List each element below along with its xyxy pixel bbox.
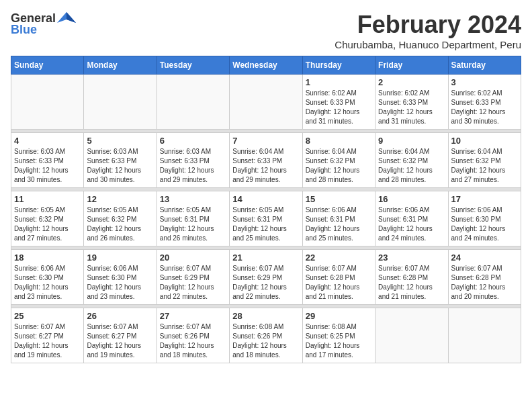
table-row: 2Sunrise: 6:02 AM Sunset: 6:33 PM Daylig… — [375, 75, 448, 130]
day-number: 1 — [306, 77, 372, 87]
svg-marker-1 — [66, 12, 76, 23]
day-info: Sunrise: 6:04 AM Sunset: 6:33 PM Dayligh… — [232, 147, 299, 185]
calendar-week-row: 4Sunrise: 6:03 AM Sunset: 6:33 PM Daylig… — [11, 133, 521, 188]
day-info: Sunrise: 6:02 AM Sunset: 6:33 PM Dayligh… — [378, 89, 445, 126]
table-row: 29Sunrise: 6:08 AM Sunset: 6:25 PM Dayli… — [302, 308, 375, 363]
table-row — [230, 75, 302, 130]
table-row: 8Sunrise: 6:04 AM Sunset: 6:32 PM Daylig… — [302, 133, 375, 188]
header-saturday: Saturday — [448, 56, 521, 75]
table-row: 19Sunrise: 6:06 AM Sunset: 6:30 PM Dayli… — [84, 250, 157, 305]
day-info: Sunrise: 6:05 AM Sunset: 6:31 PM Dayligh… — [232, 205, 299, 243]
day-info: Sunrise: 6:07 AM Sunset: 6:26 PM Dayligh… — [160, 322, 226, 360]
table-row: 3Sunrise: 6:02 AM Sunset: 6:33 PM Daylig… — [448, 75, 521, 130]
table-row: 23Sunrise: 6:07 AM Sunset: 6:28 PM Dayli… — [375, 250, 448, 305]
calendar-week-row: 11Sunrise: 6:05 AM Sunset: 6:32 PM Dayli… — [11, 191, 521, 246]
day-info: Sunrise: 6:07 AM Sunset: 6:28 PM Dayligh… — [306, 264, 372, 302]
day-number: 12 — [87, 194, 153, 204]
calendar-table: Sunday Monday Tuesday Wednesday Thursday… — [11, 56, 521, 363]
day-number: 15 — [306, 194, 372, 204]
table-row: 14Sunrise: 6:05 AM Sunset: 6:31 PM Dayli… — [230, 191, 302, 246]
table-row: 15Sunrise: 6:06 AM Sunset: 6:31 PM Dayli… — [302, 191, 375, 246]
table-row: 16Sunrise: 6:06 AM Sunset: 6:31 PM Dayli… — [375, 191, 448, 246]
table-row: 10Sunrise: 6:04 AM Sunset: 6:32 PM Dayli… — [448, 133, 521, 188]
day-number: 11 — [14, 194, 81, 204]
day-number: 21 — [232, 253, 299, 263]
day-number: 25 — [14, 311, 81, 321]
table-row — [84, 75, 157, 130]
day-number: 20 — [160, 253, 226, 263]
day-info: Sunrise: 6:02 AM Sunset: 6:33 PM Dayligh… — [451, 89, 518, 126]
day-number: 23 — [378, 253, 445, 263]
calendar-week-row: 18Sunrise: 6:06 AM Sunset: 6:30 PM Dayli… — [11, 250, 521, 305]
calendar-title: February 2024 — [335, 11, 521, 39]
day-info: Sunrise: 6:07 AM Sunset: 6:28 PM Dayligh… — [451, 264, 518, 302]
day-info: Sunrise: 6:05 AM Sunset: 6:32 PM Dayligh… — [14, 205, 81, 243]
day-info: Sunrise: 6:08 AM Sunset: 6:26 PM Dayligh… — [232, 322, 299, 360]
table-row — [11, 75, 84, 130]
day-number: 6 — [160, 136, 226, 146]
day-info: Sunrise: 6:04 AM Sunset: 6:32 PM Dayligh… — [306, 147, 372, 185]
day-number: 16 — [378, 194, 445, 204]
table-row: 20Sunrise: 6:07 AM Sunset: 6:29 PM Dayli… — [157, 250, 229, 305]
day-number: 10 — [451, 136, 518, 146]
day-info: Sunrise: 6:03 AM Sunset: 6:33 PM Dayligh… — [160, 147, 226, 185]
table-row: 22Sunrise: 6:07 AM Sunset: 6:28 PM Dayli… — [302, 250, 375, 305]
table-row — [375, 308, 448, 363]
day-number: 8 — [306, 136, 372, 146]
table-row: 7Sunrise: 6:04 AM Sunset: 6:33 PM Daylig… — [230, 133, 302, 188]
calendar-subtitle: Churubamba, Huanuco Department, Peru — [335, 39, 521, 50]
table-row: 1Sunrise: 6:02 AM Sunset: 6:33 PM Daylig… — [302, 75, 375, 130]
header: General Blue February 2024 Churubamba, H… — [11, 11, 521, 50]
header-monday: Monday — [84, 56, 157, 75]
table-row: 11Sunrise: 6:05 AM Sunset: 6:32 PM Dayli… — [11, 191, 84, 246]
calendar-week-row: 25Sunrise: 6:07 AM Sunset: 6:27 PM Dayli… — [11, 308, 521, 363]
calendar-header-row: Sunday Monday Tuesday Wednesday Thursday… — [11, 56, 521, 75]
day-number: 26 — [87, 311, 153, 321]
title-area: February 2024 Churubamba, Huanuco Depart… — [335, 11, 521, 50]
logo: General Blue — [11, 11, 76, 37]
table-row: 21Sunrise: 6:07 AM Sunset: 6:29 PM Dayli… — [230, 250, 302, 305]
table-row: 6Sunrise: 6:03 AM Sunset: 6:33 PM Daylig… — [157, 133, 229, 188]
table-row: 26Sunrise: 6:07 AM Sunset: 6:27 PM Dayli… — [84, 308, 157, 363]
day-info: Sunrise: 6:07 AM Sunset: 6:27 PM Dayligh… — [87, 322, 153, 360]
day-number: 14 — [232, 194, 299, 204]
day-info: Sunrise: 6:02 AM Sunset: 6:33 PM Dayligh… — [306, 89, 372, 126]
day-number: 4 — [14, 136, 81, 146]
day-number: 18 — [14, 253, 81, 263]
day-number: 7 — [232, 136, 299, 146]
table-row: 25Sunrise: 6:07 AM Sunset: 6:27 PM Dayli… — [11, 308, 84, 363]
day-number: 29 — [306, 311, 372, 321]
day-number: 17 — [451, 194, 518, 204]
day-number: 22 — [306, 253, 372, 263]
header-wednesday: Wednesday — [230, 56, 302, 75]
table-row: 12Sunrise: 6:05 AM Sunset: 6:32 PM Dayli… — [84, 191, 157, 246]
table-row: 5Sunrise: 6:03 AM Sunset: 6:33 PM Daylig… — [84, 133, 157, 188]
day-info: Sunrise: 6:06 AM Sunset: 6:30 PM Dayligh… — [87, 264, 153, 302]
table-row: 17Sunrise: 6:06 AM Sunset: 6:30 PM Dayli… — [448, 191, 521, 246]
header-thursday: Thursday — [302, 56, 375, 75]
day-number: 5 — [87, 136, 153, 146]
table-row: 13Sunrise: 6:05 AM Sunset: 6:31 PM Dayli… — [157, 191, 229, 246]
day-number: 9 — [378, 136, 445, 146]
day-info: Sunrise: 6:03 AM Sunset: 6:33 PM Dayligh… — [14, 147, 81, 185]
day-info: Sunrise: 6:03 AM Sunset: 6:33 PM Dayligh… — [87, 147, 153, 185]
day-number: 3 — [451, 77, 518, 87]
day-info: Sunrise: 6:04 AM Sunset: 6:32 PM Dayligh… — [451, 147, 518, 185]
header-tuesday: Tuesday — [157, 56, 229, 75]
table-row: 18Sunrise: 6:06 AM Sunset: 6:30 PM Dayli… — [11, 250, 84, 305]
day-info: Sunrise: 6:07 AM Sunset: 6:29 PM Dayligh… — [160, 264, 226, 302]
day-info: Sunrise: 6:06 AM Sunset: 6:30 PM Dayligh… — [451, 205, 518, 243]
day-info: Sunrise: 6:05 AM Sunset: 6:32 PM Dayligh… — [87, 205, 153, 243]
day-number: 28 — [232, 311, 299, 321]
day-info: Sunrise: 6:07 AM Sunset: 6:27 PM Dayligh… — [14, 322, 81, 360]
day-info: Sunrise: 6:06 AM Sunset: 6:31 PM Dayligh… — [306, 205, 372, 243]
day-info: Sunrise: 6:05 AM Sunset: 6:31 PM Dayligh… — [160, 205, 226, 243]
logo-blue-text: Blue — [11, 23, 37, 37]
day-number: 19 — [87, 253, 153, 263]
table-row: 27Sunrise: 6:07 AM Sunset: 6:26 PM Dayli… — [157, 308, 229, 363]
header-sunday: Sunday — [11, 56, 84, 75]
table-row: 4Sunrise: 6:03 AM Sunset: 6:33 PM Daylig… — [11, 133, 84, 188]
day-number: 13 — [160, 194, 226, 204]
table-row: 9Sunrise: 6:04 AM Sunset: 6:32 PM Daylig… — [375, 133, 448, 188]
day-info: Sunrise: 6:08 AM Sunset: 6:25 PM Dayligh… — [306, 322, 372, 360]
